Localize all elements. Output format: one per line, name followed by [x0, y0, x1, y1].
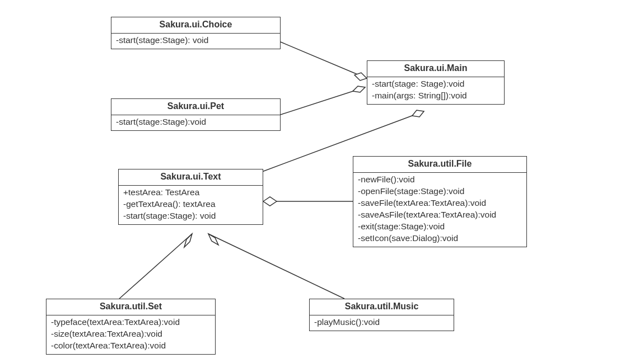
class-pet: Sakura.ui.Pet -start(stage:Stage):void — [111, 98, 281, 131]
class-set-title: Sakura.util.Set — [46, 299, 215, 315]
edge-pet-main — [281, 87, 365, 115]
class-text-member: -getTextArea(): textArea — [123, 199, 258, 210]
class-music-body: -playMusic():void — [310, 315, 454, 331]
class-main-body: -start(stage: Stage):void -main(args: St… — [367, 77, 504, 104]
class-text-body: +testArea: TestArea -getTextArea(): text… — [119, 186, 263, 224]
class-pet-body: -start(stage:Stage):void — [111, 115, 280, 130]
class-file-member: -saveAsFile(textArea:TextArea):void — [358, 209, 522, 221]
class-main: Sakura.ui.Main -start(stage: Stage):void… — [367, 60, 505, 105]
class-main-member: -main(args: String[]):void — [372, 90, 500, 102]
class-file-member: -setIcon(save:Dialog):void — [358, 233, 522, 244]
class-music-member: -playMusic():void — [314, 317, 449, 328]
class-choice: Sakura.ui.Choice -start(stage:Stage): vo… — [111, 17, 281, 49]
class-music: Sakura.util.Music -playMusic():void — [309, 299, 454, 331]
diamond-text-main — [412, 110, 424, 117]
class-file-body: -newFile():void -openFile(stage:Stage):v… — [353, 173, 526, 247]
diamond-set-text — [184, 234, 192, 247]
class-set-member: -color(textArea:TextArea):void — [51, 340, 211, 352]
class-file-title: Sakura.util.File — [353, 157, 526, 173]
edge-choice-main — [281, 42, 367, 78]
class-file: Sakura.util.File -newFile():void -openFi… — [353, 156, 527, 247]
diamond-choice-main — [354, 73, 367, 81]
class-choice-body: -start(stage:Stage): void — [111, 34, 280, 49]
class-main-member: -start(stage: Stage):void — [372, 78, 500, 90]
class-set-body: -typeface(textArea:TextArea):void -size(… — [46, 315, 215, 354]
uml-canvas: Sakura.ui.Choice -start(stage:Stage): vo… — [0, 0, 644, 363]
class-set-member: -size(textArea:TextArea):void — [51, 328, 211, 340]
class-text-member: -start(stage:Stage): void — [123, 210, 258, 222]
class-choice-title: Sakura.ui.Choice — [111, 17, 280, 34]
class-text-title: Sakura.ui.Text — [119, 169, 263, 186]
class-text: Sakura.ui.Text +testArea: TestArea -getT… — [118, 169, 263, 225]
class-file-member: -saveFile(textArea:TextArea):void — [358, 197, 522, 209]
class-file-member: -exit(stage:Stage):void — [358, 221, 522, 233]
diamond-pet-main — [353, 86, 365, 92]
class-file-member: -openFile(stage:Stage):void — [358, 186, 522, 197]
class-set: Sakura.util.Set -typeface(textArea:TextA… — [46, 299, 216, 355]
class-pet-title: Sakura.ui.Pet — [111, 99, 280, 115]
edge-set-text — [119, 234, 192, 299]
class-pet-member: -start(stage:Stage):void — [116, 116, 276, 128]
class-file-member: -newFile():void — [358, 174, 522, 186]
class-choice-member: -start(stage:Stage): void — [116, 35, 276, 46]
class-music-title: Sakura.util.Music — [310, 299, 454, 315]
class-text-member: +testArea: TestArea — [123, 187, 258, 199]
diamond-music-text — [208, 234, 218, 245]
diamond-file-text — [263, 197, 277, 206]
class-set-member: -typeface(textArea:TextArea):void — [51, 317, 211, 328]
class-main-title: Sakura.ui.Main — [367, 61, 504, 77]
edge-music-text — [208, 234, 344, 299]
